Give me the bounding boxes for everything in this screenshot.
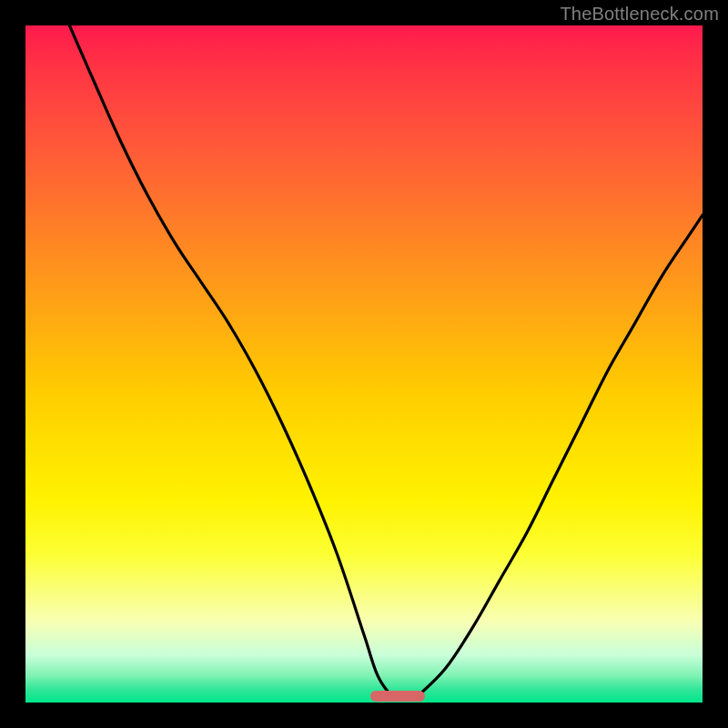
watermark-text: TheBottleneck.com [560,4,719,25]
optimal-range-bar [370,691,425,702]
bottleneck-curve [25,25,703,703]
plot-area [25,25,703,703]
chart-frame: TheBottleneck.com [0,0,728,728]
